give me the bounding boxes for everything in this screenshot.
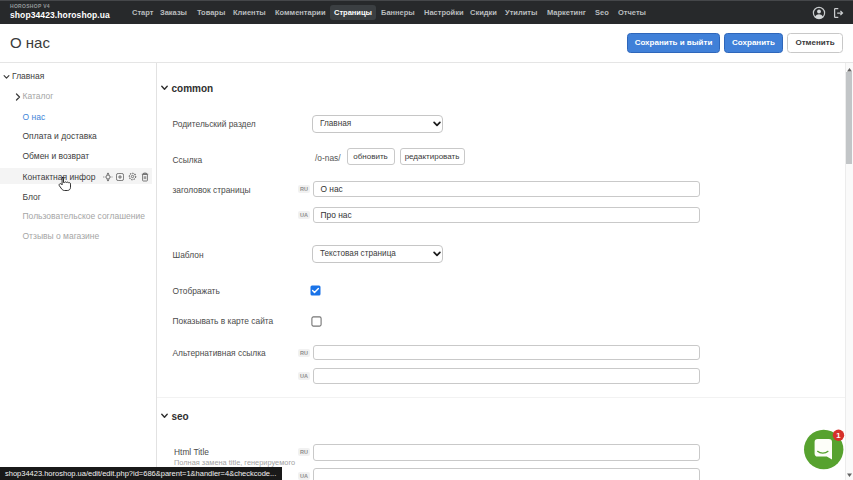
- svg-text:1: 1: [836, 431, 841, 440]
